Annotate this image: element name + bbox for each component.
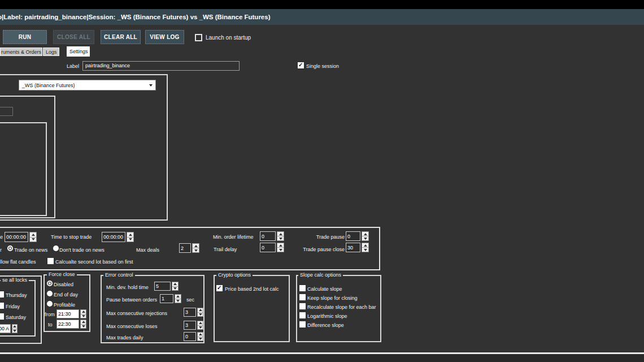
locks-time-spinner[interactable]: 0:00 A — [0, 324, 18, 333]
max-consecutive-rejections-spin-buttons[interactable] — [197, 308, 203, 317]
spinner-down-icon[interactable] — [198, 313, 203, 317]
max-consecutive-rejections-value[interactable]: 3 — [184, 308, 196, 317]
logarithmic-slope-checkbox[interactable] — [299, 312, 306, 318]
min-order-lifetime-spinner[interactable]: 0 — [260, 231, 284, 241]
saturday-checkbox[interactable] — [0, 313, 4, 320]
max-trades-daily-spinner[interactable]: 0 — [184, 332, 203, 341]
clear-all-button[interactable]: CLEAR ALL — [101, 30, 141, 44]
force-close-to-spinner[interactable]: 22:30 — [56, 320, 86, 329]
spinner-up-icon[interactable] — [198, 308, 203, 313]
time-stop-value[interactable]: 00:00:00 — [102, 232, 125, 242]
spinner-up-icon[interactable] — [12, 325, 17, 329]
difference-slope-checkbox[interactable] — [299, 321, 306, 327]
trade-pause-close-value[interactable]: 30 — [346, 243, 360, 252]
spinner-up-icon[interactable] — [198, 321, 203, 326]
min-order-lifetime-value[interactable]: 0 — [260, 231, 276, 241]
trail-delay-spin-buttons[interactable] — [277, 243, 284, 252]
spinner-down-icon[interactable] — [198, 326, 203, 330]
spinner-down-icon[interactable] — [30, 238, 36, 242]
spinner-up-icon[interactable] — [81, 310, 86, 314]
spinner-down-icon[interactable] — [175, 299, 181, 303]
time-stop-spin-buttons[interactable] — [127, 232, 134, 242]
run-button[interactable]: RUN — [3, 30, 47, 44]
spinner-up-icon[interactable] — [81, 320, 86, 325]
min-order-lifetime-spin-buttons[interactable] — [277, 231, 284, 241]
locks-time-spin-buttons[interactable] — [12, 324, 18, 333]
calculate-slope-checkbox[interactable] — [299, 285, 306, 291]
tab-instruments-orders[interactable]: ruments & Orders — [0, 48, 42, 56]
spinner-down-icon[interactable] — [362, 248, 368, 252]
spinner-up-icon[interactable] — [198, 333, 203, 337]
max-trades-daily-spin-buttons[interactable] — [197, 332, 203, 341]
spinner-up-icon[interactable] — [362, 243, 368, 248]
friday-checkbox[interactable] — [0, 303, 4, 309]
spinner-up-icon[interactable] — [277, 232, 284, 236]
session-dropdown[interactable]: _WS (Binance Futures) — [19, 80, 156, 90]
trade-pause-close-spin-buttons[interactable] — [362, 243, 369, 252]
tab-logs[interactable]: Logs — [43, 48, 59, 56]
trade-on-news-radio[interactable] — [7, 245, 13, 251]
max-consecutive-loses-value[interactable]: 3 — [184, 321, 196, 330]
thursday-checkbox[interactable] — [0, 291, 4, 298]
force-close-from-value[interactable]: 21:30 — [56, 309, 79, 318]
trade-pause-spin-buttons[interactable] — [362, 231, 369, 241]
label-field-input[interactable]: pairtrading_binance — [82, 61, 240, 71]
max-consecutive-loses-spinner[interactable]: 3 — [184, 321, 203, 330]
spinner-up-icon[interactable] — [172, 282, 178, 287]
view-log-button[interactable]: VIEW LOG — [145, 30, 184, 44]
max-consecutive-rejections-spinner[interactable]: 3 — [184, 308, 203, 317]
max-consecutive-loses-spin-buttons[interactable] — [197, 321, 203, 330]
keep-slope-checkbox[interactable] — [299, 294, 306, 300]
min-dev-hold-time-value[interactable]: 5 — [154, 282, 171, 291]
close-all-button[interactable]: CLOSE ALL — [53, 30, 94, 44]
force-close-to-value[interactable]: 22:30 — [56, 320, 79, 329]
time-start-spin-buttons[interactable] — [29, 232, 37, 242]
time-start-value[interactable]: 00:00:00 — [5, 232, 28, 242]
spinner-up-icon[interactable] — [362, 232, 368, 236]
instrument-input[interactable] — [0, 107, 13, 116]
recalculate-slope-checkbox[interactable] — [299, 303, 306, 309]
spinner-down-icon[interactable] — [198, 337, 203, 341]
pause-between-orders-spinner[interactable]: 1 — [160, 294, 181, 303]
force-close-from-spin-buttons[interactable] — [80, 309, 86, 318]
calc-second-lot-checkbox[interactable] — [47, 258, 54, 264]
spinner-down-icon[interactable] — [172, 287, 178, 291]
spinner-down-icon[interactable] — [81, 314, 86, 318]
min-dev-hold-time-spin-buttons[interactable] — [172, 282, 179, 291]
max-deals-spin-buttons[interactable] — [192, 243, 199, 253]
force-close-to-spin-buttons[interactable] — [80, 320, 86, 329]
spinner-down-icon[interactable] — [81, 325, 86, 329]
tab-settings[interactable]: Settings — [67, 46, 90, 57]
spinner-down-icon[interactable] — [362, 236, 368, 240]
max-deals-spinner[interactable]: 2 — [179, 243, 199, 253]
time-start-spinner[interactable]: 00:00:00 — [5, 232, 37, 242]
time-stop-spinner[interactable]: 00:00:00 — [102, 232, 134, 242]
spinner-up-icon[interactable] — [127, 232, 133, 238]
pause-between-orders-spin-buttons[interactable] — [175, 294, 181, 303]
force-close-end-of-day-radio[interactable] — [47, 291, 53, 296]
spinner-up-icon[interactable] — [277, 243, 284, 248]
force-close-profitable-radio[interactable] — [47, 301, 53, 307]
trade-pause-spinner[interactable]: 0 — [346, 231, 369, 241]
spinner-down-icon[interactable] — [193, 248, 199, 252]
price-based-2nd-lot-checkbox[interactable] — [216, 285, 223, 291]
trail-delay-spinner[interactable]: 0 — [260, 243, 284, 252]
pause-between-orders-value[interactable]: 1 — [160, 294, 173, 303]
dont-trade-on-news-radio[interactable] — [53, 245, 59, 251]
spinner-down-icon[interactable] — [127, 238, 133, 242]
single-session-checkbox[interactable] — [298, 62, 304, 68]
trade-pause-close-spinner[interactable]: 30 — [346, 243, 369, 252]
trail-delay-value[interactable]: 0 — [260, 243, 276, 252]
launch-on-startup-checkbox[interactable] — [195, 34, 202, 41]
locks-time-value[interactable]: 0:00 A — [0, 324, 11, 333]
spinner-up-icon[interactable] — [193, 244, 199, 248]
spinner-up-icon[interactable] — [175, 295, 181, 299]
spinner-up-icon[interactable] — [30, 232, 36, 238]
trade-pause-value[interactable]: 0 — [346, 231, 360, 241]
max-deals-value[interactable]: 2 — [179, 243, 191, 253]
spinner-down-icon[interactable] — [277, 248, 284, 252]
force-close-disabled-radio[interactable] — [47, 281, 53, 286]
spinner-down-icon[interactable] — [12, 329, 17, 333]
max-trades-daily-value[interactable]: 0 — [184, 332, 196, 341]
min-dev-hold-time-spinner[interactable]: 5 — [154, 282, 179, 291]
